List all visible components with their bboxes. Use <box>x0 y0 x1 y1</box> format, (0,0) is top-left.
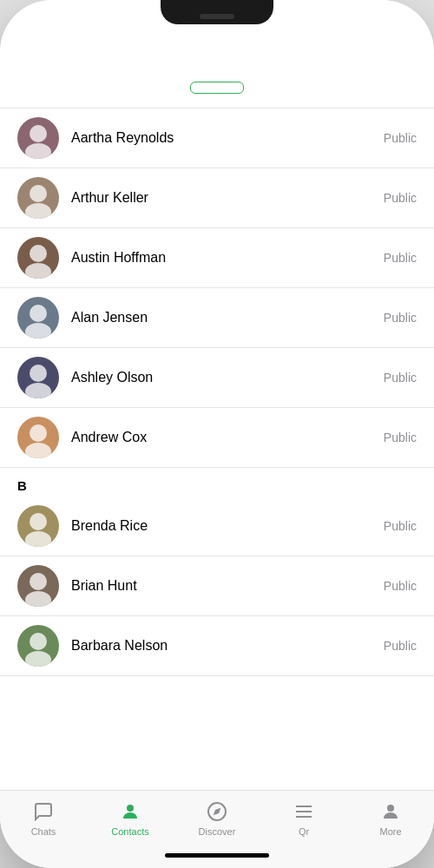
status-bar <box>0 0 434 43</box>
contact-name: Austin Hoffman <box>71 250 372 266</box>
contact-item[interactable]: Brenda Rice Public <box>0 496 434 556</box>
contact-status: Public <box>384 131 417 145</box>
svg-point-11 <box>25 443 51 458</box>
contact-item[interactable]: Alan Jensen Public <box>0 288 434 348</box>
contact-status: Public <box>384 431 417 444</box>
avatar <box>17 117 59 159</box>
contact-status: Public <box>384 639 417 653</box>
tab-qr[interactable]: Qr <box>260 798 347 837</box>
svg-point-8 <box>30 365 47 382</box>
phone-frame: Aartha Reynolds Public Arthur Keller Pub… <box>0 0 434 868</box>
svg-point-18 <box>127 805 134 812</box>
avatar <box>17 417 59 458</box>
svg-point-5 <box>25 263 51 279</box>
contact-name: Andrew Cox <box>71 430 372 445</box>
avatar <box>17 297 59 339</box>
invite-friends-button[interactable] <box>190 82 244 94</box>
home-indicator <box>165 853 269 858</box>
svg-point-24 <box>387 805 394 812</box>
contact-name: Arthur Keller <box>71 190 372 206</box>
svg-point-17 <box>25 651 51 667</box>
svg-point-13 <box>25 531 51 547</box>
avatar <box>17 177 59 219</box>
svg-point-2 <box>30 185 47 202</box>
svg-point-4 <box>30 245 47 262</box>
svg-point-3 <box>25 203 51 219</box>
contact-name: Barbara Nelson <box>71 638 372 654</box>
section-header-b: B <box>0 468 434 496</box>
contact-status: Public <box>384 251 417 265</box>
avatar <box>17 625 59 667</box>
more-icon <box>378 799 403 824</box>
contact-item[interactable]: Austin Hoffman Public <box>0 228 434 288</box>
contact-name: Ashley Olson <box>71 370 372 385</box>
tab-contacts[interactable]: Contacts <box>87 798 174 837</box>
contact-status: Public <box>384 579 417 593</box>
invite-section <box>0 64 434 108</box>
svg-point-1 <box>25 143 51 159</box>
tab-label-contacts: Contacts <box>111 826 148 837</box>
tab-discover[interactable]: Discover <box>174 798 260 837</box>
svg-point-16 <box>30 633 47 650</box>
contact-item[interactable]: Andrew Cox Public <box>0 408 434 468</box>
contact-item[interactable]: Brian Hunt Public <box>0 556 434 616</box>
qr-icon <box>292 799 316 824</box>
contact-item[interactable]: Arthur Keller Public <box>0 168 434 228</box>
avatar <box>17 505 59 547</box>
svg-point-14 <box>30 573 47 590</box>
contacts-list: Aartha Reynolds Public Arthur Keller Pub… <box>0 108 434 790</box>
contact-item[interactable]: Aartha Reynolds Public <box>0 108 434 168</box>
contact-name: Alan Jensen <box>71 310 372 326</box>
svg-point-9 <box>25 383 51 398</box>
discover-icon <box>205 799 229 824</box>
svg-point-15 <box>25 591 51 607</box>
contact-status: Public <box>384 191 417 205</box>
tab-label-discover: Discover <box>199 826 236 837</box>
contact-item[interactable]: Barbara Nelson Public <box>0 616 434 676</box>
contact-status: Public <box>384 519 417 533</box>
contact-status: Public <box>384 371 417 385</box>
svg-point-6 <box>30 305 47 322</box>
contact-item[interactable]: Ashley Olson Public <box>0 348 434 408</box>
svg-point-10 <box>30 424 47 442</box>
avatar <box>17 357 59 398</box>
notch <box>161 0 273 24</box>
tab-label-more: More <box>379 826 401 837</box>
svg-point-7 <box>25 323 51 339</box>
svg-point-12 <box>30 513 47 530</box>
contact-name: Brian Hunt <box>71 578 372 594</box>
chats-icon <box>31 799 56 824</box>
tab-label-qr: Qr <box>299 826 309 837</box>
tab-label-chats: Chats <box>31 826 56 837</box>
header <box>0 43 434 64</box>
notch-inner <box>200 14 234 19</box>
tab-chats[interactable]: Chats <box>0 798 87 837</box>
phone-screen: Aartha Reynolds Public Arthur Keller Pub… <box>0 0 434 868</box>
tab-more[interactable]: More <box>347 798 434 837</box>
contact-name: Aartha Reynolds <box>71 130 372 146</box>
avatar <box>17 237 59 279</box>
avatar <box>17 565 59 607</box>
svg-point-0 <box>30 125 47 142</box>
contacts-icon <box>118 799 142 824</box>
contact-status: Public <box>384 311 417 325</box>
contact-name: Brenda Rice <box>71 518 372 534</box>
svg-marker-20 <box>214 808 220 815</box>
